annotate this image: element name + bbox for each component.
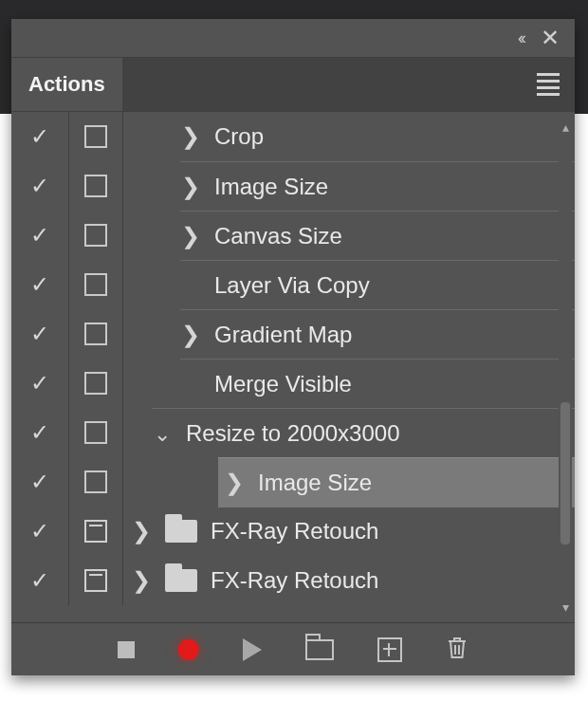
check-icon: ✓ (30, 569, 49, 592)
toggle-enabled[interactable]: ✓ (11, 507, 69, 556)
stop-button[interactable] (118, 641, 135, 658)
action-set-row[interactable]: ✓ FX-Ray Retouch (11, 556, 575, 605)
dialog-box-icon (84, 372, 107, 395)
scroll-down-icon[interactable]: ▾ (559, 598, 572, 617)
dialog-box-icon (84, 520, 107, 543)
new-action-button[interactable] (377, 637, 402, 662)
record-button[interactable] (178, 639, 199, 660)
action-label: Image Size (258, 470, 372, 496)
action-label: Image Size (214, 174, 328, 200)
toggle-dialog[interactable] (69, 507, 123, 556)
action-set-label: FX-Ray Retouch (211, 518, 378, 544)
toggle-dialog[interactable] (69, 556, 123, 605)
action-label: Canvas Size (214, 223, 342, 249)
actions-list: ✓ Crop ✓ Image Size ✓ (11, 112, 575, 622)
panel-titlebar: ‹‹ ✕ (11, 19, 575, 57)
toggle-dialog[interactable] (69, 309, 123, 359)
toggle-dialog[interactable] (69, 260, 123, 309)
folder-icon (165, 520, 197, 543)
action-row[interactable]: ✓ Image Size (11, 457, 575, 507)
dialog-box-icon (84, 421, 107, 444)
action-row[interactable]: ✓ Layer Via Copy (11, 260, 575, 309)
tab-actions[interactable]: Actions (11, 58, 122, 111)
action-row[interactable]: ✓ Gradient Map (11, 309, 575, 359)
action-label: Crop (214, 123, 264, 150)
scrollbar[interactable]: ▴ ▾ (559, 118, 572, 617)
dialog-box-icon (84, 125, 107, 148)
toggle-dialog[interactable] (69, 112, 123, 161)
toggle-enabled[interactable]: ✓ (11, 211, 69, 260)
check-icon: ✓ (30, 224, 49, 247)
action-row[interactable]: ✓ Canvas Size (11, 211, 575, 260)
toggle-enabled[interactable]: ✓ (11, 408, 69, 457)
dialog-box-icon (84, 273, 107, 296)
toggle-dialog[interactable] (69, 359, 123, 408)
check-icon: ✓ (30, 421, 49, 444)
close-icon[interactable]: ✕ (541, 25, 560, 51)
check-icon: ✓ (30, 323, 49, 345)
dialog-box-icon (84, 569, 107, 592)
dialog-box-icon (84, 323, 107, 345)
panel-tab-bar: Actions (11, 57, 575, 112)
check-icon: ✓ (30, 125, 49, 148)
action-set-row[interactable]: ✓ FX-Ray Retouch (11, 507, 575, 556)
scroll-up-icon[interactable]: ▴ (559, 118, 572, 137)
scroll-thumb[interactable] (560, 402, 570, 544)
tab-label: Actions (28, 72, 105, 97)
action-label: Gradient Map (214, 322, 352, 348)
toggle-enabled[interactable]: ✓ (11, 556, 69, 605)
actions-toolbar (11, 622, 575, 676)
panel-menu-icon[interactable] (537, 69, 560, 100)
action-row[interactable]: ✓ Resize to 2000x3000 (11, 408, 575, 457)
dialog-box-icon (84, 224, 107, 247)
action-label: Merge Visible (214, 371, 352, 397)
collapse-icon[interactable]: ‹‹ (518, 28, 524, 48)
folder-icon (165, 569, 197, 592)
toggle-enabled[interactable]: ✓ (11, 359, 69, 408)
toggle-enabled[interactable]: ✓ (11, 457, 69, 507)
toggle-enabled[interactable]: ✓ (11, 260, 69, 309)
disclosure-icon[interactable] (180, 225, 201, 248)
action-label: Resize to 2000x3000 (186, 420, 400, 447)
toggle-dialog[interactable] (69, 408, 123, 457)
toggle-dialog[interactable] (69, 211, 123, 260)
toggle-enabled[interactable]: ✓ (11, 112, 69, 161)
check-icon: ✓ (30, 372, 49, 395)
check-icon: ✓ (30, 470, 49, 493)
disclosure-icon[interactable] (180, 125, 201, 148)
disclosure-icon[interactable] (131, 520, 152, 543)
new-set-button[interactable] (305, 639, 334, 660)
check-icon: ✓ (30, 273, 49, 296)
dialog-box-icon (84, 470, 107, 493)
disclosure-icon[interactable] (180, 175, 201, 198)
toggle-enabled[interactable]: ✓ (11, 309, 69, 359)
action-row[interactable]: ✓ Crop (11, 112, 575, 161)
dialog-box-icon (84, 175, 107, 197)
disclosure-icon[interactable] (224, 471, 245, 494)
action-set-label: FX-Ray Retouch (211, 567, 378, 594)
actions-panel: ‹‹ ✕ Actions ✓ Crop ✓ (11, 19, 575, 675)
disclosure-icon[interactable] (180, 323, 201, 346)
action-label: Layer Via Copy (214, 272, 370, 299)
trash-icon (446, 636, 469, 660)
play-button[interactable] (243, 638, 262, 661)
toggle-enabled[interactable]: ✓ (11, 161, 69, 211)
delete-button[interactable] (446, 636, 469, 664)
check-icon: ✓ (30, 175, 49, 197)
check-icon: ✓ (30, 520, 49, 543)
action-row[interactable]: ✓ Merge Visible (11, 359, 575, 408)
disclosure-icon[interactable] (152, 422, 173, 445)
toggle-dialog[interactable] (69, 161, 123, 211)
toggle-dialog[interactable] (69, 457, 123, 507)
disclosure-icon[interactable] (131, 569, 152, 592)
action-row[interactable]: ✓ Image Size (11, 161, 575, 211)
